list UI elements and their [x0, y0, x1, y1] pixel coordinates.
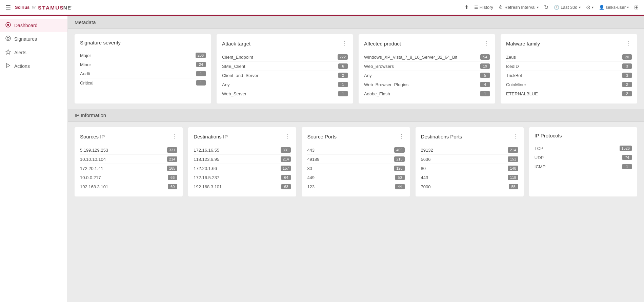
- table-row[interactable]: 172.16.16.55331: [194, 146, 291, 155]
- topnav-left: ☰ Scirius by STAMUS NETWORKS: [5, 4, 72, 11]
- hamburger-button[interactable]: ☰: [5, 4, 11, 11]
- destinations-ip-card: Destinations IP ⋮ 172.16.16.55331118.123…: [188, 127, 296, 196]
- row-label: 172.16.16.55: [194, 148, 219, 153]
- upload-button[interactable]: ⬆: [464, 4, 469, 11]
- table-row[interactable]: 192.168.3.10160: [80, 182, 177, 191]
- row-label: 80: [307, 166, 312, 171]
- table-row[interactable]: 49189215: [307, 155, 404, 164]
- table-row[interactable]: 12344: [307, 182, 404, 191]
- table-row[interactable]: Any1: [222, 80, 348, 89]
- time-range-button[interactable]: 🕐 Last 30d ▾: [554, 5, 581, 10]
- table-row[interactable]: 5.199.129.253331: [80, 146, 177, 155]
- sidebar-item-signatures[interactable]: Signatures: [0, 32, 67, 46]
- table-row[interactable]: CoinMiner2: [506, 80, 632, 89]
- row-label: 123: [307, 184, 315, 189]
- row-label: Minor: [80, 62, 91, 67]
- table-row[interactable]: IcedID3: [506, 62, 632, 71]
- sources-menu-button[interactable]: ⋮: [171, 133, 177, 140]
- table-row[interactable]: 172.20.1.66157: [194, 164, 291, 173]
- row-label: Adobe_Flash: [364, 91, 390, 96]
- card-title-protocols: IP Protocols: [535, 133, 562, 138]
- logo-scirius: Scirius: [15, 5, 29, 10]
- sidebar-item-label-signatures: Signatures: [14, 36, 37, 42]
- table-row[interactable]: Windows_XP_Vista_7_8_10_Server_32_64_Bit…: [364, 53, 490, 62]
- card-header-malware: Malware family ⋮: [506, 40, 632, 47]
- row-count: 1: [196, 71, 206, 76]
- signature-severity-card: Signature severity Major206Minor24Audit1…: [75, 34, 211, 103]
- table-row[interactable]: 443409: [307, 146, 404, 155]
- chevron-down-icon-time: ▾: [579, 5, 581, 9]
- card-header-protocols: IP Protocols: [535, 133, 632, 138]
- table-row[interactable]: ETERNALBLUE2: [506, 89, 632, 98]
- table-row[interactable]: SMB_Client6: [222, 62, 348, 71]
- table-row[interactable]: Web_Browsers19: [364, 62, 490, 71]
- time-icon: 🕐: [554, 5, 559, 10]
- user-button[interactable]: 👤 selks-user ▾: [599, 5, 629, 10]
- dport-menu-button[interactable]: ⋮: [512, 133, 518, 140]
- table-row[interactable]: 80126: [307, 164, 404, 173]
- row-count: 206: [196, 53, 206, 58]
- table-row[interactable]: 10.0.0.21766: [80, 173, 177, 182]
- reload-button[interactable]: ↻: [544, 4, 548, 11]
- sport-menu-button[interactable]: ⋮: [399, 133, 405, 140]
- table-row[interactable]: Zeus20: [506, 53, 632, 62]
- upload-icon: ⬆: [464, 4, 469, 11]
- table-row[interactable]: Audit1: [80, 69, 206, 78]
- help-button[interactable]: ⊙ ▾: [586, 4, 593, 11]
- table-row[interactable]: Critical1: [80, 78, 206, 87]
- table-row[interactable]: 700055: [421, 182, 518, 191]
- table-row[interactable]: Major206: [80, 51, 206, 60]
- main-layout: Dashboard Signatures Alerts: [0, 16, 644, 302]
- table-row[interactable]: Web_Browser_Plugins4: [364, 80, 490, 89]
- sport-rows: 44340949189215801264495012344: [307, 146, 404, 191]
- product-menu-button[interactable]: ⋮: [484, 40, 490, 47]
- ip-section-header: IP Information: [68, 109, 644, 122]
- card-title-sources: Sources IP: [80, 134, 105, 139]
- attack-menu-button[interactable]: ⋮: [342, 40, 348, 47]
- table-row[interactable]: 443118: [421, 173, 518, 182]
- refresh-interval-button[interactable]: ⏱ Refresh Interval ▾: [499, 5, 539, 10]
- card-title-destinations: Destinations IP: [194, 134, 228, 139]
- sidebar-item-dashboard[interactable]: Dashboard: [0, 19, 67, 32]
- table-row[interactable]: 172.16.5.23764: [194, 173, 291, 182]
- table-row[interactable]: 10.10.10.104214: [80, 155, 177, 164]
- table-row[interactable]: 5636151: [421, 155, 518, 164]
- malware-menu-button[interactable]: ⋮: [626, 40, 632, 47]
- row-count: 215: [394, 156, 404, 162]
- row-count: 222: [338, 54, 348, 60]
- row-count: 2: [622, 82, 632, 87]
- ip-title: IP Information: [75, 112, 106, 118]
- table-row[interactable]: 80148: [421, 164, 518, 173]
- card-header-sport: Source Ports ⋮: [307, 133, 404, 140]
- table-row[interactable]: Client_and_Server2: [222, 71, 348, 80]
- table-row[interactable]: 44950: [307, 173, 404, 182]
- row-count: 165: [167, 166, 177, 171]
- table-row[interactable]: Any5: [364, 71, 490, 80]
- logo: Scirius by STAMUS NETWORKS: [15, 4, 72, 11]
- table-row[interactable]: TCP1526: [535, 144, 632, 153]
- destinations-menu-button[interactable]: ⋮: [285, 133, 291, 140]
- table-row[interactable]: 192.168.3.10163: [194, 182, 291, 191]
- table-row[interactable]: 172.20.1.41165: [80, 164, 177, 173]
- row-count: 1: [480, 91, 490, 96]
- card-header-product: Affected product ⋮: [364, 40, 490, 47]
- table-row[interactable]: TrickBot3: [506, 71, 632, 80]
- row-label: ETERNALBLUE: [506, 91, 538, 96]
- card-header-destinations: Destinations IP ⋮: [194, 133, 291, 140]
- sidebar-item-actions[interactable]: Actions: [0, 59, 67, 73]
- row-label: SMB_Client: [222, 64, 245, 69]
- table-row[interactable]: UDP74: [535, 153, 632, 162]
- row-label: CoinMiner: [506, 82, 526, 87]
- row-count: 66: [168, 175, 177, 180]
- table-row[interactable]: Adobe_Flash1: [364, 89, 490, 98]
- table-row[interactable]: Minor24: [80, 60, 206, 69]
- table-row[interactable]: 29132214: [421, 146, 518, 155]
- history-button[interactable]: ☰ History: [474, 5, 493, 10]
- table-row[interactable]: 118.123.6.95214: [194, 155, 291, 164]
- sidebar-item-alerts[interactable]: Alerts: [0, 46, 67, 59]
- table-row[interactable]: ICMP1: [535, 162, 632, 171]
- table-row[interactable]: Web_Server1: [222, 89, 348, 98]
- table-row[interactable]: Client_Endpoint222: [222, 53, 348, 62]
- row-label: 5636: [421, 157, 431, 162]
- apps-button[interactable]: ⊞: [634, 4, 639, 11]
